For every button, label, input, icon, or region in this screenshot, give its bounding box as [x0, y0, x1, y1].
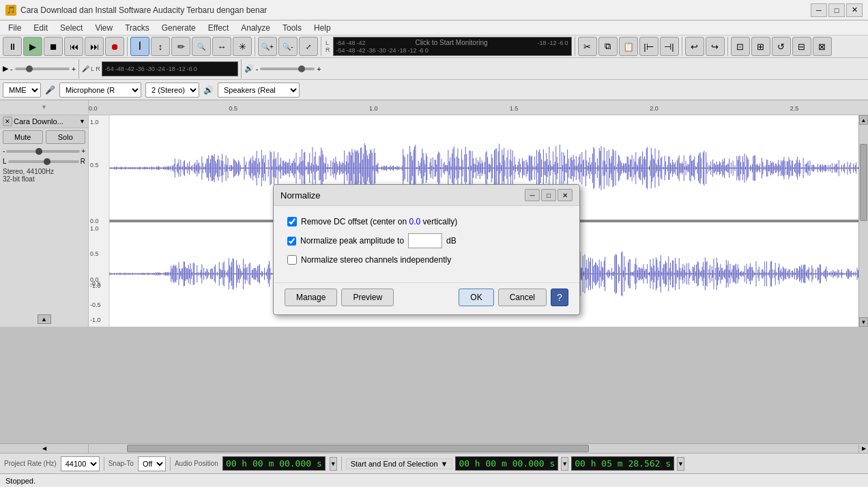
dialog-title: Normalize [280, 190, 321, 201]
manage-button[interactable]: Manage [285, 289, 337, 306]
dialog-body: Remove DC offset (center on 0.0 vertical… [274, 206, 579, 282]
db-label: dB [446, 236, 457, 246]
amplitude-input[interactable]: 0.0 [408, 233, 442, 248]
stereo-channels-label: Normalize stereo channels independently [301, 255, 451, 265]
dialog-footer: Manage Preview OK Cancel ? [274, 282, 579, 314]
dialog-maximize-button[interactable]: □ [541, 189, 556, 201]
cancel-button[interactable]: Cancel [498, 289, 547, 306]
dc-offset-row: Remove DC offset (center on 0.0 vertical… [287, 217, 566, 226]
normalize-dialog: Normalize ─ □ ✕ Remove DC offset (center… [273, 184, 580, 315]
dialog-titlebar: Normalize ─ □ ✕ [274, 185, 579, 206]
dc-offset-label: Remove DC offset (center on 0.0 vertical… [301, 217, 457, 226]
modal-overlay: Normalize ─ □ ✕ Remove DC offset (center… [0, 0, 868, 487]
stereo-channels-row: Normalize stereo channels independently [287, 255, 566, 265]
peak-amplitude-row: Normalize peak amplitude to 0.0 dB [287, 233, 566, 248]
dialog-minimize-button[interactable]: ─ [525, 189, 540, 201]
dialog-close-button[interactable]: ✕ [558, 189, 573, 201]
ok-button[interactable]: OK [459, 289, 493, 306]
preview-button[interactable]: Preview [341, 289, 394, 306]
help-button[interactable]: ? [551, 289, 568, 306]
stereo-channels-checkbox[interactable] [287, 255, 297, 265]
dc-offset-checkbox[interactable] [287, 217, 297, 226]
peak-amplitude-checkbox[interactable] [287, 237, 296, 246]
peak-amplitude-label: Normalize peak amplitude to [300, 236, 404, 246]
